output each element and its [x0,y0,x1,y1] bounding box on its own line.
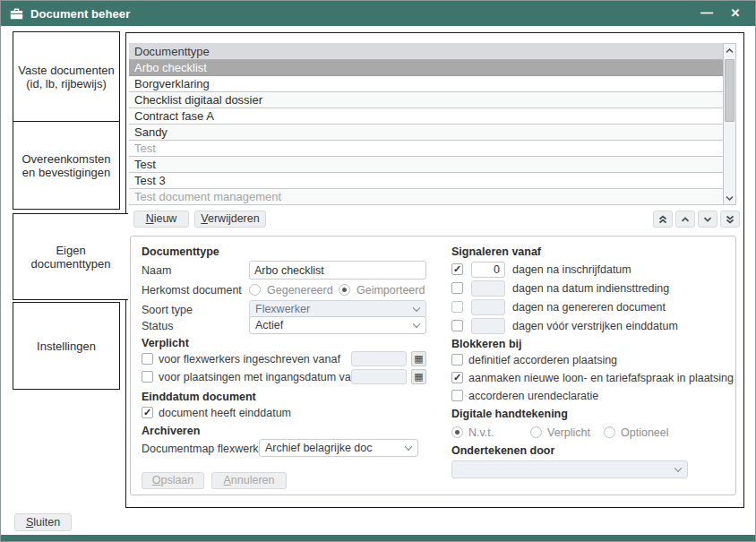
documentmap-label: Documentmap flexwerker [142,443,269,456]
checkbox-plaatsingen-vanaf[interactable] [142,371,153,383]
verstrijken-label: dagen vóór verstrijken einddatum [512,320,678,333]
list-item[interactable]: Checklist digitaal dossier [129,92,723,108]
document-list-rows: Documenttype Arbo checklist Borgverklari… [129,43,723,205]
move-up-button[interactable] [675,211,695,228]
digitale-handtekening-heading: Digitale handtekening [451,408,568,420]
list-header-documenttype[interactable]: Documenttype [129,43,723,60]
documentmap-value: Archief belagrijke doc [265,442,373,454]
inschrijfdatum-days-input[interactable] [471,262,505,278]
radio-verplicht[interactable] [530,426,542,438]
verstrijken-days-input[interactable] [471,318,505,334]
list-item[interactable]: Test 3 [129,173,723,189]
annuleren-button[interactable]: Annuleren [211,472,287,489]
chevron-down-icon [413,321,420,328]
chevron-up-icon [681,217,690,222]
documentmap-select[interactable]: Archief belagrijke doc [259,439,418,457]
double-chevron-up-icon [658,215,667,224]
tab-instellingen[interactable]: Instellingen [13,302,120,390]
move-down-button[interactable] [698,211,717,228]
verwijderen-button[interactable]: Verwijderen [194,211,266,228]
checkbox-indiensttreding[interactable] [451,282,463,294]
plaatsingen-vanaf-date-input[interactable] [351,369,407,384]
naam-label: Naam [142,264,171,278]
naam-input[interactable] [249,261,426,280]
list-item[interactable]: Test document management [129,189,723,205]
flexwerkers-vanaf-date-input[interactable] [351,351,407,366]
checkbox-genereren-document[interactable] [451,301,463,313]
loon-tariefafspraak-label: aanmaken nieuwe loon- en tariefafspraak … [468,372,734,385]
titlebar: Document beheer — ✕ [1,1,755,26]
radio-verplicht-label: Verplicht [547,426,590,440]
genereren-label: dagen na genereren document [512,301,666,314]
list-item[interactable]: Contract fase A [129,108,723,125]
scroll-up-icon[interactable] [724,44,735,57]
ondertekenen-heading: Ondertekenen door [451,444,554,457]
radio-geimporteerd-label: Geimporteerd [357,284,425,297]
checkbox-plaatsingen-vanaf-label: voor plaatsingen met ingangsdatum vanaf [159,371,366,384]
toolbox-icon [10,8,23,20]
move-top-button[interactable] [653,211,673,228]
list-item[interactable]: Sandy [129,125,723,141]
chevron-down-icon [413,305,420,312]
close-button[interactable]: ✕ [726,4,744,22]
list-item[interactable]: Test [129,157,723,173]
checkbox-loon-tariefafspraak[interactable] [451,372,463,383]
opslaan-button[interactable]: Opslaan [142,472,204,489]
document-list: Documenttype Arbo checklist Borgverklari… [129,43,736,205]
radio-optioneel[interactable] [604,426,615,438]
soort-type-select[interactable]: Flexwerker [249,300,426,318]
radio-gegenereerd[interactable] [249,284,261,296]
accorderen-urendeclaratie-label: accorderen urendeclaratie [468,390,598,403]
move-bottom-button[interactable] [720,211,740,228]
list-scrollbar[interactable] [723,43,736,205]
radio-nvt[interactable] [451,426,463,438]
checkbox-inschrijfdatum[interactable] [451,263,463,275]
tab-label: Vaste documenten (id, lb, rijbewijs) [18,64,115,90]
scroll-down-icon[interactable] [724,191,735,204]
status-label: Status [142,320,173,333]
sluiten-button[interactable]: Sluiten [14,513,72,531]
checkbox-definitief-accorderen[interactable] [451,354,463,366]
documenttype-heading: Documenttype [142,245,219,258]
calendar-icon[interactable] [411,369,426,384]
verplicht-heading: Verplicht [142,337,189,349]
calendar-icon[interactable] [411,351,426,366]
soort-type-label: Soort type [142,304,193,317]
tab-eigen-documenttypen[interactable]: Eigen documenttypen [13,213,128,300]
window-bottom-bar [1,535,755,541]
checkbox-verstrijken-einddatum[interactable] [451,320,463,331]
inschrijfdatum-label: dagen na inschrijfdatum [512,263,631,277]
tab-label: Overeenkomsten en bevestigingen [18,152,115,179]
tab-label: Instellingen [37,340,96,353]
ondertekenen-select[interactable] [451,460,688,478]
definitief-accorderen-label: definitief accorderen plaatsing [468,354,617,367]
scrollbar-thumb[interactable] [725,59,735,122]
tab-vaste-documenten[interactable]: Vaste documenten (id, lb, rijbewijs) [13,31,120,122]
signaleren-heading: Signaleren vanaf [451,245,541,258]
status-select[interactable]: Actief [249,316,426,334]
checkbox-flexwerkers-vanaf[interactable] [142,353,153,365]
checkbox-accorderen-urendeclaratie[interactable] [451,390,463,401]
list-item[interactable]: Arbo checklist [129,60,723,76]
minimize-button[interactable]: — [698,4,716,22]
tab-overeenkomsten[interactable]: Overeenkomsten en bevestigingen [13,121,120,210]
soort-type-value: Flexwerker [255,303,310,315]
list-item[interactable]: Test [129,141,723,157]
radio-nvt-label: N.v.t. [468,426,494,440]
document-form: Documenttype Naam Herkomst document Gege… [130,236,736,495]
nieuw-button[interactable]: Nieuw [133,211,189,228]
checkbox-einddatum-label: document heeft einddatum [159,407,291,420]
genereren-days-input[interactable] [471,299,505,315]
indiensttreding-days-input[interactable] [471,280,505,297]
indiensttreding-label: dagen na datum indiensttreding [512,282,669,296]
einddatum-heading: Einddatum document [142,391,256,403]
double-chevron-down-icon [726,215,735,224]
checkbox-document-heeft-einddatum[interactable] [142,407,153,418]
archiveren-heading: Archiveren [142,425,200,437]
list-item[interactable]: Borgverklaring [129,76,723,92]
radio-optioneel-label: Optioneel [621,426,669,440]
radio-geimporteerd[interactable] [339,284,350,296]
content-panel: Documenttype Arbo checklist Borgverklari… [125,32,744,508]
tab-label: Eigen documenttypen [18,244,124,271]
blokkeren-heading: Blokkeren bij [451,338,522,350]
